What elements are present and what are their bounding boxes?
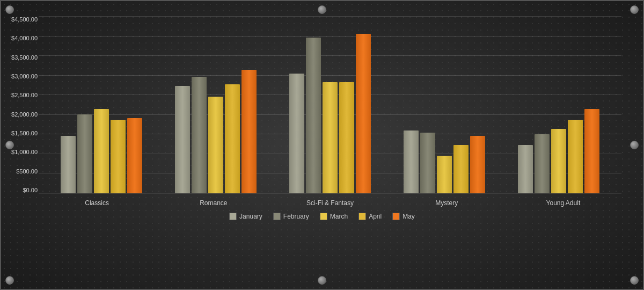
bar-april: [568, 120, 583, 193]
y-label: $3,000.00: [1, 73, 38, 79]
bar-february: [535, 134, 550, 193]
legend-item: January: [229, 213, 262, 220]
chart-legend: JanuaryFebruaryMarchAprilMay: [1, 213, 643, 220]
bar-group: [502, 109, 616, 193]
bar-march: [551, 129, 566, 193]
bar-april: [225, 84, 240, 193]
x-label: Sci-Fi & Fantasy: [272, 199, 388, 207]
legend-item: May: [392, 213, 415, 220]
bar-march: [437, 156, 452, 193]
bar-may: [241, 70, 257, 193]
screw-mid-right: [630, 141, 639, 149]
bar-group: [44, 109, 158, 193]
chart-plot-area: $4,500.00$4,000.00$3,500.00$3,000.00$2,5…: [39, 16, 621, 209]
y-label: $4,500.00: [1, 16, 38, 23]
bar-january: [404, 130, 419, 193]
legend-item: March: [320, 213, 348, 220]
legend-label: February: [283, 213, 309, 220]
legend-label: May: [402, 213, 415, 220]
bar-february: [192, 77, 207, 193]
plot-area: ClassicsRomanceSci-Fi & FantasyMysteryYo…: [39, 16, 621, 209]
legend-item: February: [273, 213, 309, 220]
y-label: $1,500.00: [1, 130, 38, 136]
y-label: $500.00: [1, 168, 38, 175]
bars-row: [39, 16, 621, 193]
screw-bottom-right: [630, 276, 639, 285]
baseline: [39, 193, 621, 193]
x-label: Classics: [39, 199, 155, 207]
bar-february: [420, 133, 435, 193]
x-label: Mystery: [389, 199, 505, 207]
legend-item: April: [358, 213, 382, 220]
bar-group: [387, 130, 502, 193]
bar-april: [111, 120, 126, 193]
y-label: $1,000.00: [1, 149, 38, 155]
bar-february: [77, 114, 92, 193]
x-label: Young Adult: [505, 199, 621, 207]
bar-may: [584, 109, 599, 193]
y-label: $0.00: [1, 187, 38, 193]
bar-march: [94, 109, 109, 193]
x-label: Romance: [155, 199, 272, 207]
y-label: $4,000.00: [1, 35, 38, 41]
bar-january: [61, 136, 76, 193]
bar-february: [306, 38, 321, 193]
bar-april: [453, 145, 469, 193]
screw-bottom-mid: [318, 276, 326, 285]
bar-march: [208, 97, 223, 193]
legend-label: April: [369, 213, 382, 220]
bar-may: [356, 34, 371, 193]
bar-may: [127, 118, 142, 193]
legend-color-swatch: [273, 213, 281, 220]
y-label: $2,000.00: [1, 111, 38, 118]
bar-march: [323, 82, 338, 193]
bar-january: [518, 145, 533, 193]
x-axis-labels: ClassicsRomanceSci-Fi & FantasyMysteryYo…: [39, 199, 621, 207]
bar-january: [289, 74, 304, 193]
chart-title: [1, 1, 643, 11]
legend-label: January: [239, 213, 262, 220]
bar-group: [273, 34, 387, 193]
y-label: $2,500.00: [1, 92, 38, 98]
legend-color-swatch: [229, 213, 237, 220]
bar-april: [339, 82, 354, 193]
chart-container: $4,500.00$4,000.00$3,500.00$3,000.00$2,5…: [0, 0, 644, 290]
y-label: $3,500.00: [1, 54, 38, 61]
screw-bottom-left: [5, 276, 14, 285]
bar-may: [470, 136, 485, 193]
bar-january: [175, 86, 190, 193]
legend-color-swatch: [320, 213, 327, 220]
legend-color-swatch: [392, 213, 400, 220]
legend-label: March: [330, 213, 348, 220]
bar-group: [158, 70, 273, 193]
legend-color-swatch: [358, 213, 366, 220]
y-axis-labels: $4,500.00$4,000.00$3,500.00$3,000.00$2,5…: [1, 16, 38, 193]
